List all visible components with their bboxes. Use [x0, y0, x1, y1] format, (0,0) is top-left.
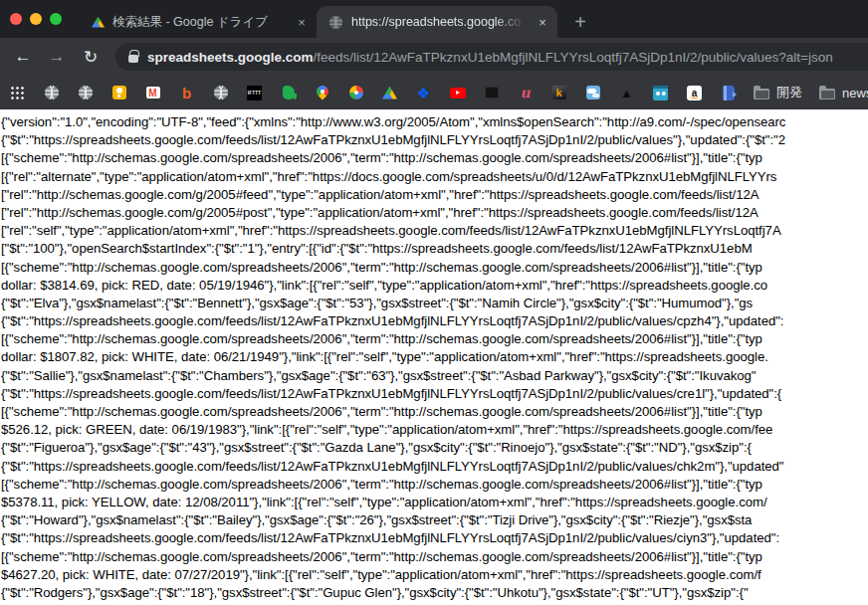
udemy-icon[interactable]: u — [517, 85, 534, 101]
close-tab-icon[interactable]: × — [534, 13, 551, 31]
bookmark-globe-icon[interactable] — [77, 85, 94, 101]
bookmark-globe-icon[interactable] — [212, 85, 229, 101]
json-line: [{"scheme":"http://schemas.google.com/sp… — [1, 149, 868, 167]
lock-icon[interactable] — [128, 55, 138, 63]
json-line: [{"scheme":"http://schemas.google.com/sp… — [1, 476, 868, 494]
json-line: $4627.20, pick: WHITE, date: 07/27/2019"… — [1, 566, 868, 584]
bookmark-folder-dev[interactable]: 開発 — [754, 84, 802, 101]
address-bar[interactable]: spreadsheets.google.com/feeds/list/12AwF… — [115, 43, 868, 71]
dropbox-icon[interactable]: ❖ — [415, 85, 432, 101]
json-line: {"$t":"https://spreadsheets.google.com/f… — [1, 529, 868, 547]
browser-window: 検索結果 - Google ドライブ × https://spreadsheet… — [0, 0, 868, 605]
page-content-json-feed: {"version":"1.0","encoding":"UTF-8","fee… — [0, 109, 868, 605]
url-text[interactable]: spreadsheets.google.com/feeds/list/12AwF… — [147, 50, 833, 65]
google-keep-icon[interactable] — [110, 85, 127, 101]
evernote-icon[interactable] — [280, 85, 297, 101]
reload-button[interactable]: ↻ — [76, 42, 106, 72]
json-line: {"$t":"Elva"},"gsx$namelast":{"$t":"Benn… — [1, 295, 868, 312]
google-photos-icon[interactable] — [347, 85, 364, 101]
folder-icon — [754, 89, 769, 100]
json-line: [{"scheme":"http://schemas.google.com/sp… — [1, 548, 868, 566]
tab-title: 検索結果 - Google ドライブ — [112, 14, 289, 31]
json-line: {"$t":"Figueroa"},"gsx$age":{"$t":"43"},… — [1, 439, 868, 457]
google-drive-icon[interactable] — [381, 85, 398, 101]
new-tab-button[interactable]: + — [565, 7, 595, 37]
google-drive-icon — [92, 17, 105, 28]
json-line: $5378.11, pick: YELLOW, date: 12/08/2011… — [1, 494, 868, 511]
json-line: {"$t":"Howard"},"gsx$namelast":{"$t":"Ba… — [1, 511, 868, 529]
json-line: {"$t":"Rodgers"},"gsx$age":{"$t":"18"},"… — [1, 584, 868, 602]
tv-icon[interactable] — [483, 85, 500, 101]
bookmark-globe-icon[interactable] — [43, 85, 60, 101]
json-line: [{"rel":"alternate","type":"application/… — [1, 168, 868, 186]
json-line: $526.12, pick: GREEN, date: 06/19/1983"}… — [1, 421, 868, 439]
google-maps-icon[interactable] — [314, 85, 330, 101]
youtube-icon[interactable] — [449, 85, 466, 101]
json-line: {"$t":"https://spreadsheets.google.com/f… — [1, 131, 868, 149]
json-line: {"$t":"https://spreadsheets.google.com/f… — [1, 312, 868, 330]
window-controls — [0, 0, 78, 38]
tab-spreadsheets-json[interactable]: https://spreadsheets.google.co × — [317, 6, 557, 38]
json-line: {"$t":"https://spreadsheets.google.com/f… — [1, 458, 868, 476]
book-icon[interactable] — [720, 85, 737, 101]
json-line: ["rel":"http://schemas.google.com/g/2005… — [1, 204, 868, 222]
back-button[interactable]: ← — [8, 42, 38, 72]
close-tab-icon[interactable]: × — [293, 13, 311, 31]
json-line: ["$t":"100"},"openSearch$startIndex":{"$… — [1, 240, 868, 258]
bookmarks-bar: M b IFTTT ❖ u k ▲ a 開発 news — [0, 76, 868, 109]
bookmeter-icon[interactable] — [652, 85, 669, 101]
amazon-icon[interactable]: a — [686, 85, 703, 101]
tab-strip: 検索結果 - Google ドライブ × https://spreadsheet… — [0, 0, 868, 38]
apps-grid-icon[interactable] — [9, 85, 26, 101]
close-window-button[interactable] — [10, 13, 22, 25]
json-line: {"version":"1.0","encoding":"UTF-8","fee… — [1, 113, 868, 131]
kindle-icon[interactable]: k — [550, 85, 567, 101]
json-line: ["rel":"self","type":"application/atom+x… — [1, 222, 868, 240]
tab-google-drive-search[interactable]: 検索結果 - Google ドライブ × — [78, 6, 317, 38]
json-line: {"$t":"Sallie"},"gsx$namelast":{"$t":"Ch… — [1, 367, 868, 385]
json-line: [{"scheme":"http://schemas.google.com/sp… — [1, 403, 868, 421]
json-line: dollar: $3814.69, pick: RED, date: 05/19… — [1, 277, 868, 295]
bookmark-folder-news[interactable]: news — [819, 86, 868, 101]
tab-title: https://spreadsheets.google.co — [351, 15, 530, 29]
bitly-icon[interactable]: b — [178, 85, 195, 101]
minimize-window-button[interactable] — [30, 13, 42, 25]
json-line: {"$t":"https://spreadsheets.google.com/f… — [1, 385, 868, 403]
json-line: dollar: $1807.82, pick: WHITE, date: 06/… — [1, 348, 868, 366]
ifttt-icon[interactable]: IFTTT — [246, 85, 263, 101]
url-domain: spreadsheets.google.com — [147, 50, 314, 65]
json-line: ["rel":"http://schemas.google.com/g/2005… — [1, 186, 868, 204]
json-line: [{"scheme":"http://schemas.google.com/sp… — [1, 330, 868, 348]
gmail-icon[interactable]: M — [144, 85, 161, 101]
zoom-window-button[interactable] — [50, 13, 62, 25]
json-line: [{"scheme":"http://schemas.google.com/sp… — [1, 259, 868, 277]
weather-icon[interactable] — [584, 85, 601, 101]
toolbar: ← → ↻ spreadsheets.google.com/feeds/list… — [0, 38, 868, 76]
folder-label: 開発 — [776, 84, 802, 101]
url-path: /feeds/list/12AwFaTPkznxU1ebMgfjlNLFLYYr… — [314, 50, 833, 65]
globe-icon — [328, 15, 343, 30]
folder-label: news — [842, 86, 868, 101]
folder-icon — [819, 89, 835, 100]
vercel-triangle-icon[interactable]: ▲ — [618, 85, 635, 101]
forward-button[interactable]: → — [42, 42, 72, 72]
